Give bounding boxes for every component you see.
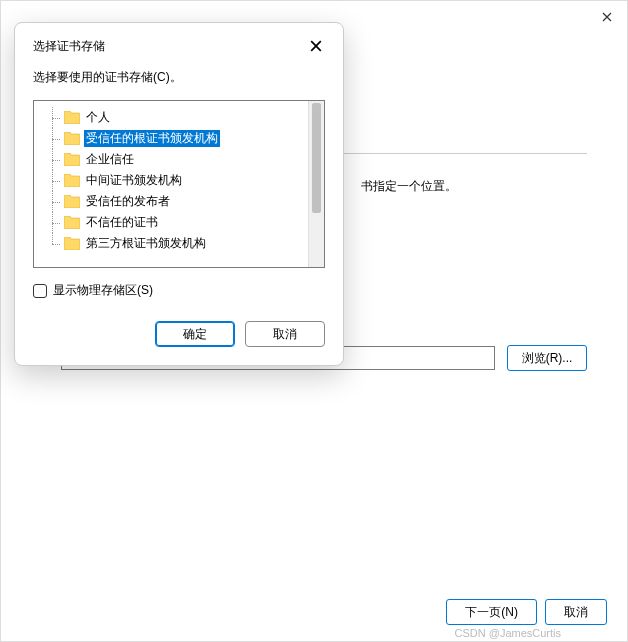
cancel-button[interactable]: 取消 <box>245 321 325 347</box>
tree-item-label: 中间证书颁发机构 <box>84 172 184 189</box>
tree-item-label: 企业信任 <box>84 151 136 168</box>
ok-button[interactable]: 确定 <box>155 321 235 347</box>
scrollbar-thumb[interactable] <box>312 103 321 213</box>
select-cert-store-dialog: 选择证书存储 选择要使用的证书存储(C)。 个人受信任的根证书颁发机构企业信任中… <box>14 22 344 366</box>
tree-item-label: 不信任的证书 <box>84 214 160 231</box>
wizard-cancel-button[interactable]: 取消 <box>545 599 607 625</box>
cert-store-tree[interactable]: 个人受信任的根证书颁发机构企业信任中间证书颁发机构受信任的发布者不信任的证书第三… <box>33 100 325 268</box>
checkbox-label: 显示物理存储区(S) <box>53 282 153 299</box>
attribution-watermark: CSDN @JamesCurtis <box>454 627 561 639</box>
tree-item[interactable]: 企业信任 <box>46 149 320 170</box>
show-physical-stores-checkbox[interactable] <box>33 284 47 298</box>
tree-item-label: 受信任的根证书颁发机构 <box>84 130 220 147</box>
tree-item[interactable]: 中间证书颁发机构 <box>46 170 320 191</box>
wizard-hint-text: 书指定一个位置。 <box>361 178 587 195</box>
tree-item[interactable]: 个人 <box>46 107 320 128</box>
tree-item-label: 个人 <box>84 109 112 126</box>
tree-item[interactable]: 第三方根证书颁发机构 <box>46 233 320 254</box>
close-icon[interactable] <box>307 37 325 55</box>
browse-button[interactable]: 浏览(R)... <box>507 345 587 371</box>
dialog-instruction: 选择要使用的证书存储(C)。 <box>33 69 325 86</box>
tree-item-label: 受信任的发布者 <box>84 193 172 210</box>
dialog-title: 选择证书存储 <box>33 38 105 55</box>
wizard-footer: 下一页(N) 取消 <box>446 599 607 625</box>
tree-item[interactable]: 不信任的证书 <box>46 212 320 233</box>
scrollbar[interactable] <box>308 101 324 267</box>
tree-item-label: 第三方根证书颁发机构 <box>84 235 208 252</box>
tree-item[interactable]: 受信任的发布者 <box>46 191 320 212</box>
tree-item[interactable]: 受信任的根证书颁发机构 <box>46 128 320 149</box>
close-icon[interactable] <box>597 7 617 27</box>
next-button[interactable]: 下一页(N) <box>446 599 537 625</box>
